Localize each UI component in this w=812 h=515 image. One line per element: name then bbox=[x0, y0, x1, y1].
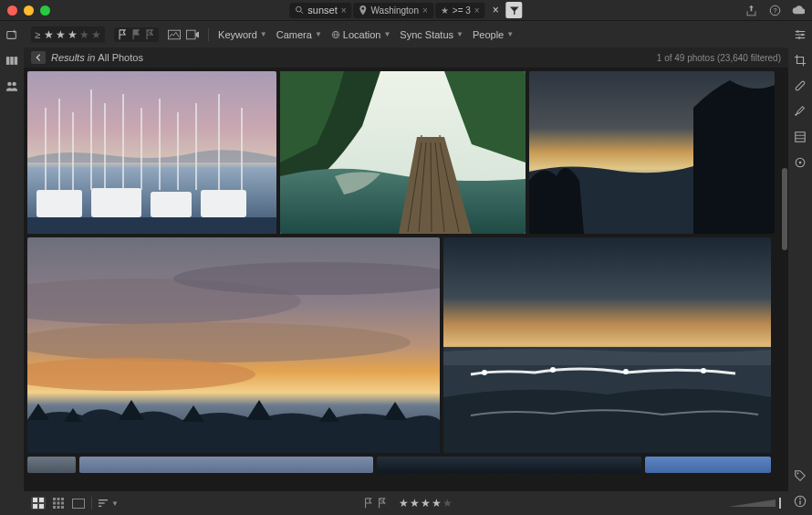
tag-icon bbox=[794, 469, 807, 482]
photo-thumbnail[interactable] bbox=[377, 457, 641, 473]
svg-rect-78 bbox=[796, 132, 806, 142]
brush-panel-button[interactable] bbox=[794, 105, 807, 118]
right-rail bbox=[788, 20, 812, 515]
info-icon bbox=[794, 495, 807, 508]
back-button[interactable] bbox=[31, 51, 46, 64]
photo-thumbnail[interactable] bbox=[27, 71, 276, 234]
bottom-toolbar: ▼ ★ ★ ★ ★ ★ bbox=[24, 491, 788, 515]
svg-rect-58 bbox=[61, 498, 64, 500]
svg-rect-65 bbox=[73, 499, 85, 508]
thumbnail-size-slider[interactable] bbox=[728, 499, 776, 508]
bandage-icon bbox=[794, 79, 807, 92]
scrollbar-thumb[interactable] bbox=[782, 168, 787, 250]
grid-icon bbox=[33, 498, 44, 509]
chip-label: sunset bbox=[307, 5, 337, 16]
chevron-down-icon: ▼ bbox=[383, 30, 390, 38]
edit-panel-button[interactable] bbox=[794, 28, 807, 41]
svg-rect-6 bbox=[6, 57, 10, 65]
clear-search-button[interactable]: × bbox=[487, 4, 505, 16]
location-dropdown[interactable]: Location▼ bbox=[331, 29, 391, 40]
results-bar: Results in All Photos 1 of 49 photos (23… bbox=[24, 47, 788, 68]
healing-panel-button[interactable] bbox=[794, 79, 807, 92]
sync-status-dropdown[interactable]: Sync Status▼ bbox=[400, 29, 463, 40]
star-icon: ★ bbox=[56, 28, 66, 41]
photo-thumbnail[interactable] bbox=[645, 457, 771, 473]
minimize-window-button[interactable] bbox=[24, 5, 34, 16]
flag-unflagged-icon bbox=[131, 29, 141, 40]
photo-thumbnail[interactable] bbox=[27, 237, 440, 453]
svg-point-45 bbox=[27, 322, 411, 363]
crop-panel-button[interactable] bbox=[794, 54, 807, 67]
svg-rect-31 bbox=[91, 188, 141, 217]
slider-handle[interactable] bbox=[779, 498, 781, 509]
thumbnail-image bbox=[280, 71, 526, 234]
svg-rect-63 bbox=[57, 506, 60, 509]
photo-thumbnail[interactable] bbox=[27, 457, 76, 473]
star-icon: ★ bbox=[432, 497, 442, 510]
photo-thumbnail[interactable] bbox=[529, 71, 775, 234]
chip-remove-icon[interactable]: × bbox=[422, 5, 428, 16]
info-panel-button[interactable] bbox=[794, 495, 807, 508]
search-chip-location[interactable]: Washington × bbox=[354, 3, 433, 18]
people-dropdown[interactable]: People▼ bbox=[473, 29, 514, 40]
photo-grid[interactable] bbox=[24, 68, 788, 491]
svg-rect-13 bbox=[186, 30, 195, 39]
close-window-button[interactable] bbox=[7, 5, 17, 16]
star-icon: ★ bbox=[441, 5, 449, 16]
scrollbar[interactable] bbox=[782, 68, 787, 491]
cloud-sync-button[interactable] bbox=[792, 4, 805, 16]
help-button[interactable]: ? bbox=[768, 4, 781, 16]
compare-view-button[interactable] bbox=[71, 497, 86, 510]
photo-thumbnail[interactable] bbox=[79, 457, 373, 473]
search-chip-rating[interactable]: ★ >= 3 × bbox=[435, 3, 485, 18]
photo-grid-view-button[interactable] bbox=[31, 497, 46, 510]
dropdown-label: Camera bbox=[276, 29, 312, 40]
keyword-dropdown[interactable]: Keyword▼ bbox=[218, 29, 267, 40]
svg-rect-59 bbox=[53, 502, 56, 505]
svg-rect-61 bbox=[61, 502, 64, 505]
svg-rect-8 bbox=[15, 57, 18, 65]
star-icon: ★ bbox=[79, 28, 89, 41]
maximize-window-button[interactable] bbox=[40, 5, 50, 16]
flag-pick-icon bbox=[118, 29, 128, 40]
gradient-panel-button[interactable] bbox=[794, 131, 807, 143]
flag-reject-icon bbox=[378, 498, 388, 509]
back-icon bbox=[34, 53, 43, 62]
type-filter[interactable] bbox=[168, 29, 199, 40]
add-icon bbox=[5, 27, 18, 42]
star-icon: ★ bbox=[410, 497, 420, 510]
sort-dropdown[interactable]: ▼ bbox=[98, 499, 119, 508]
radial-gradient-icon bbox=[794, 156, 807, 169]
search-chip-keyword[interactable]: sunset × bbox=[289, 3, 351, 18]
filter-toggle-button[interactable] bbox=[506, 2, 523, 18]
sharing-button[interactable] bbox=[5, 79, 18, 92]
flag-controls[interactable] bbox=[360, 496, 391, 510]
left-rail bbox=[0, 20, 24, 515]
svg-point-0 bbox=[297, 6, 302, 12]
radial-panel-button[interactable] bbox=[794, 156, 807, 169]
square-grid-view-button[interactable] bbox=[51, 497, 66, 510]
star-icon: ★ bbox=[399, 497, 409, 510]
add-photos-button[interactable] bbox=[5, 28, 18, 41]
divider bbox=[91, 497, 92, 510]
results-target: All Photos bbox=[98, 52, 143, 63]
svg-point-51 bbox=[701, 368, 706, 373]
my-photos-button[interactable] bbox=[5, 54, 18, 67]
flag-filter[interactable] bbox=[114, 27, 159, 42]
chip-remove-icon[interactable]: × bbox=[474, 5, 480, 16]
rating-filter[interactable]: ≥ ★ ★ ★ ★ ★ bbox=[31, 26, 105, 43]
share-button[interactable] bbox=[744, 4, 757, 16]
camera-dropdown[interactable]: Camera▼ bbox=[276, 29, 322, 40]
keywords-panel-button[interactable] bbox=[794, 469, 807, 482]
photo-thumbnail[interactable] bbox=[443, 237, 771, 453]
svg-rect-30 bbox=[36, 190, 82, 217]
grid-small-icon bbox=[53, 498, 64, 509]
svg-point-49 bbox=[550, 367, 556, 373]
rating-control[interactable]: ★ ★ ★ ★ ★ bbox=[399, 497, 453, 510]
chevron-down-icon: ▼ bbox=[506, 30, 514, 38]
search-icon bbox=[295, 5, 304, 15]
photo-thumbnail[interactable] bbox=[280, 71, 526, 234]
svg-point-82 bbox=[799, 162, 802, 164]
chip-label: >= 3 bbox=[453, 5, 471, 16]
chip-remove-icon[interactable]: × bbox=[341, 5, 347, 16]
